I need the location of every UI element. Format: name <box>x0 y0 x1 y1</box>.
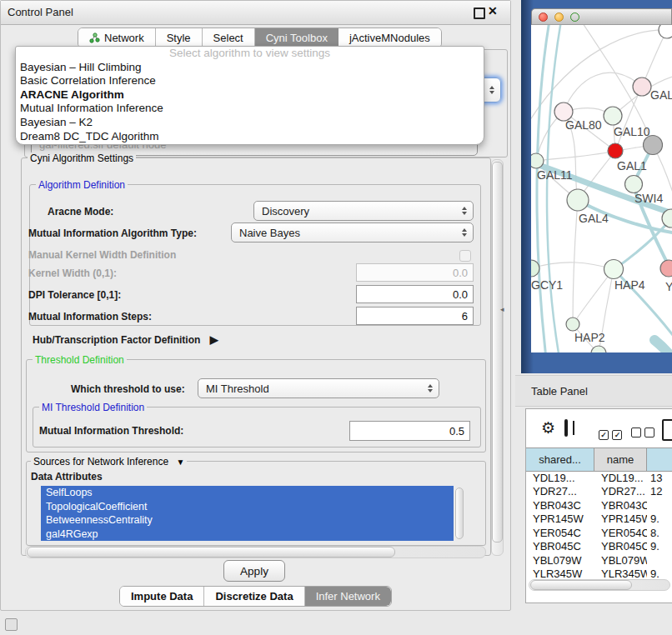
node[interactable] <box>591 346 606 352</box>
node-label: SWI4 <box>634 192 663 205</box>
docked-panel-icon[interactable] <box>5 618 18 631</box>
node-GAL11[interactable] <box>531 153 544 168</box>
dropdown-item-selected[interactable]: ARACNE Algorithm <box>16 88 484 102</box>
dropdown-item[interactable]: Mutual Information Inference <box>16 102 484 116</box>
zoom-traffic-light-icon[interactable] <box>570 12 579 22</box>
tab-impute-data[interactable]: Impute Data <box>120 587 204 606</box>
tab-infer-network[interactable]: Infer Network <box>305 587 391 606</box>
dropdown-item[interactable]: Bayesian – K2 <box>16 116 484 130</box>
stepper-icon <box>462 207 467 215</box>
float-window-icon[interactable] <box>474 8 485 19</box>
mi-type-label: Mutual Information Algorithm Type: <box>28 228 197 239</box>
column-header-clipped[interactable] <box>647 448 672 471</box>
close-icon[interactable]: ✕ <box>488 4 498 18</box>
document-icon[interactable] <box>662 419 672 441</box>
cell: YBR043C <box>594 499 647 512</box>
dpi-tolerance-field[interactable]: 0.0 <box>356 285 474 303</box>
kernel-width-field[interactable]: 0.0 <box>356 263 474 282</box>
tab-label: Select <box>213 32 243 44</box>
node-label: GAL11 <box>537 168 573 182</box>
list-item[interactable]: SelfLoops <box>41 486 454 500</box>
splitter-collapse-icon[interactable]: ◂ <box>500 305 504 313</box>
cell: YLR345W <box>526 568 594 578</box>
tab-label: Style <box>167 32 191 44</box>
horizontal-scrollbar-thumb[interactable] <box>27 547 395 558</box>
data-attributes-list[interactable]: SelfLoops TopologicalCoefficient Between… <box>41 486 454 541</box>
mi-threshold-title: MI Threshold Definition <box>39 402 147 413</box>
aracne-mode-combo[interactable]: Discovery <box>253 201 474 221</box>
mi-type-combo[interactable]: Naive Bayes <box>231 222 474 242</box>
mi-steps-field[interactable]: 6 <box>356 307 474 325</box>
tab-label: Discretize Data <box>215 590 293 602</box>
hub-definition-toggle[interactable]: Hub/Transcription Factor Definition ▶ <box>33 333 218 346</box>
sources-toggle[interactable]: Sources for Network Inference ▼ <box>31 456 187 468</box>
mi-threshold-field[interactable]: 0.5 <box>349 421 470 441</box>
columns-icon[interactable] <box>564 419 568 437</box>
settings-scrollbar-thumb[interactable] <box>492 162 503 542</box>
network-canvas[interactable]: GAL GAL80 GAL10 GAL1 SWI4 GAL11 GAL4 GCY… <box>531 25 672 352</box>
select-all-checks-icon[interactable]: ✓ ✓ <box>599 426 622 441</box>
cell: YBR045C <box>526 540 594 552</box>
tab-cyni-toolbox[interactable]: Cyni Toolbox <box>255 28 339 48</box>
list-item[interactable]: BetweennessCentrality <box>41 513 454 528</box>
network-window-titlebar[interactable] <box>531 8 672 25</box>
manual-kernel-checkbox[interactable] <box>459 250 471 262</box>
node-label: GAL <box>650 88 672 102</box>
table-panel-title: Table Panel <box>531 385 588 398</box>
tab-select[interactable]: Select <box>203 28 255 48</box>
deselect-all-checks-icon[interactable] <box>631 426 654 441</box>
node-GAL[interactable] <box>633 78 651 96</box>
table-hscrollbar-thumb[interactable] <box>530 580 632 590</box>
table-row[interactable]: YBR045C YBR045C 9. <box>526 540 672 554</box>
table-row[interactable]: YDL19... YDL19... 13 <box>526 471 672 485</box>
node-Y[interactable] <box>660 260 672 277</box>
algorithm-definition-title: Algorithm Definition <box>36 179 128 191</box>
minimize-traffic-light-icon[interactable] <box>554 12 564 22</box>
which-threshold-label: Which threshold to use: <box>71 383 185 395</box>
which-threshold-combo[interactable]: MI Threshold <box>198 378 439 398</box>
sources-title: Sources for Network Inference <box>33 456 168 468</box>
apply-label: Apply <box>240 565 268 578</box>
table-row[interactable]: YBR043C YBR043C <box>526 498 672 512</box>
node-GAL4[interactable] <box>567 189 589 211</box>
dropdown-item[interactable]: Basic Correlation Inference <box>16 74 484 88</box>
list-item[interactable]: gal4RGexp <box>41 528 454 542</box>
table-row[interactable]: YER054C YER054C 8. <box>526 526 672 540</box>
tab-style[interactable]: Style <box>156 28 203 48</box>
column-header-name[interactable]: name <box>594 448 647 471</box>
list-item[interactable]: TopologicalCoefficient <box>41 500 454 514</box>
node-SWI4[interactable] <box>625 176 643 193</box>
tab-network[interactable]: Network <box>78 28 156 48</box>
settings-scrollbar-track[interactable] <box>491 159 504 556</box>
horizontal-scrollbar-track[interactable] <box>25 546 486 558</box>
close-traffic-light-icon[interactable] <box>539 12 548 22</box>
tab-discretize-data[interactable]: Discretize Data <box>204 587 304 606</box>
cell: 8. <box>647 527 672 539</box>
cell: YDL19... <box>526 472 594 484</box>
list-scrollbar[interactable] <box>455 488 464 539</box>
dropdown-item[interactable]: Dream8 DC_TDC Algorithm <box>16 130 484 144</box>
node-HAP2[interactable] <box>566 318 579 331</box>
apply-button[interactable]: Apply <box>223 560 285 582</box>
node-GAL1[interactable] <box>608 143 623 158</box>
table-hscrollbar-track[interactable] <box>529 579 670 591</box>
table-row[interactable]: YPR145W YPR145W 9. <box>526 512 672 527</box>
table-row[interactable]: YDR27... YDR27... 12 <box>526 485 672 499</box>
table-row[interactable]: YLR345W YLR345W 9. <box>526 568 672 578</box>
column-header-shared[interactable]: shared... <box>526 448 594 471</box>
mi-type-value: Naive Bayes <box>239 227 300 239</box>
node-HAP4[interactable] <box>604 260 624 279</box>
cell: 9. <box>647 512 672 525</box>
cell: 9. <box>647 540 672 552</box>
table-row[interactable]: YBL079W YBL079W <box>526 553 672 568</box>
cell: YER054C <box>526 527 594 539</box>
cell: YER054C <box>594 527 647 539</box>
dropdown-item[interactable]: Bayesian – Hill Climbing <box>16 61 484 75</box>
node[interactable] <box>659 25 672 38</box>
table-panel-bar: Table Panel <box>515 375 672 407</box>
tab-jactivemnodules[interactable]: jActiveMNodules <box>339 28 441 48</box>
gear-icon[interactable]: ⚙ <box>541 418 555 438</box>
node-GAL10[interactable] <box>604 107 622 125</box>
stepper-icon <box>489 86 494 94</box>
cyni-bottom-tabs: Impute Data Discretize Data Infer Networ… <box>119 586 392 607</box>
